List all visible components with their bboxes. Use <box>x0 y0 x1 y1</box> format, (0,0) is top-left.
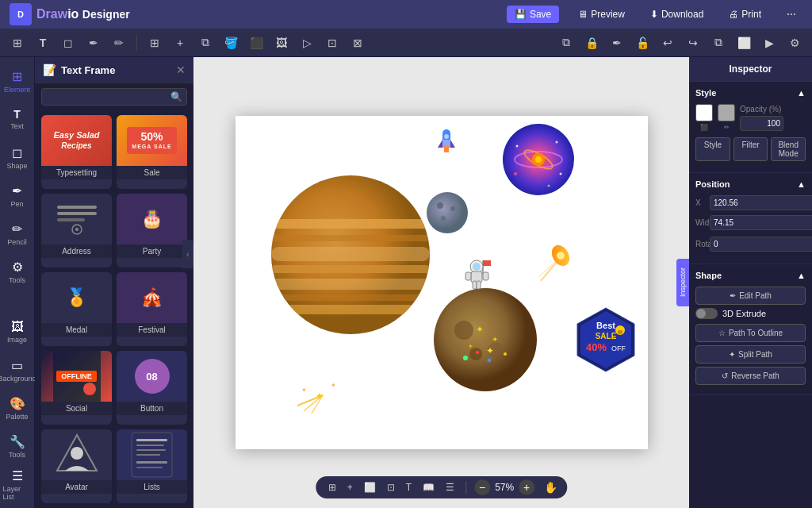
tool-more-1[interactable]: ⊡ <box>321 32 343 54</box>
sidebar-item-layers[interactable]: ☰ Layer List <box>3 467 32 502</box>
tool-pencil[interactable]: ✏ <box>108 32 130 54</box>
bottom-frame-icon[interactable]: ⬜ <box>361 480 379 495</box>
tool-image[interactable]: 🖼 <box>270 32 293 54</box>
sidebar-item-tools2[interactable]: 🔧 Tools <box>3 429 32 464</box>
category-social[interactable]: OFFLINE Social <box>41 351 112 425</box>
path-to-outline-button[interactable]: ☆ Path To Outline <box>695 324 806 342</box>
tool-text[interactable]: T <box>32 32 54 54</box>
save-button[interactable]: 💾 Save <box>507 6 559 23</box>
more-button[interactable]: ⋯ <box>780 6 802 23</box>
print-button[interactable]: 🖨 Print <box>722 6 768 23</box>
category-address[interactable]: Address <box>41 194 112 267</box>
tool-more-2[interactable]: ⊠ <box>347 32 369 54</box>
bottom-text-icon[interactable]: T <box>403 480 415 495</box>
tool-shape[interactable]: ◻ <box>57 32 79 54</box>
category-lists[interactable]: Lists <box>117 429 187 503</box>
tool-redo[interactable]: ↪ <box>682 32 704 54</box>
x-input[interactable] <box>710 195 812 210</box>
tool-paint[interactable]: 🪣 <box>220 32 242 54</box>
sidebar-item-pencil[interactable]: ✏ Pencil <box>3 216 32 251</box>
bottom-add-icon[interactable]: + <box>344 480 356 495</box>
tool-copy2[interactable]: ⧉ <box>707 32 730 54</box>
svg-rect-21 <box>271 265 430 273</box>
blend-mode-tab[interactable]: Blend Mode <box>771 137 806 161</box>
hand-tool-icon[interactable]: ✋ <box>544 481 557 494</box>
sidebar-item-background[interactable]: ▭ Background <box>3 352 32 387</box>
zoom-out-button[interactable]: − <box>474 479 490 495</box>
sidebar-item-text[interactable]: T Text <box>3 102 32 137</box>
tool-frame[interactable]: ⬜ <box>733 32 755 54</box>
fill-icon: ⬛ <box>700 124 708 131</box>
sidebar-item-tools[interactable]: ⚙ Tools <box>3 254 32 289</box>
category-festival[interactable]: 🎪 Festival <box>117 272 187 346</box>
thumb-avatar <box>41 429 112 480</box>
wh-row: Width Height <box>695 215 806 230</box>
sidebar-item-shape[interactable]: ◻ Shape <box>3 140 32 175</box>
style-collapse-icon[interactable]: ▲ <box>797 88 806 98</box>
fill-color-swatch[interactable] <box>695 104 713 121</box>
split-path-button[interactable]: ✦ Split Path <box>695 345 806 364</box>
tool-settings[interactable]: ⚙ <box>783 32 806 54</box>
bottom-book-icon[interactable]: 📖 <box>419 480 438 495</box>
category-medal[interactable]: 🏅 Medal <box>41 272 112 346</box>
edit-path-button[interactable]: ✒ Edit Path <box>695 287 806 305</box>
shape-label: Shape <box>695 271 722 280</box>
tool-play[interactable]: ▶ <box>758 32 780 54</box>
tool-lock2[interactable]: 🔓 <box>631 32 653 54</box>
panel-title: 📝 Text Frame <box>43 64 115 76</box>
search-input[interactable] <box>41 88 187 106</box>
tool-crop[interactable]: ⬛ <box>245 32 267 54</box>
stroke-color-swatch[interactable] <box>718 104 735 121</box>
category-party[interactable]: 🎂 Party <box>117 194 187 267</box>
sparkles <box>458 346 521 373</box>
zoom-in-button[interactable]: + <box>519 479 534 495</box>
bottom-grid-icon[interactable]: ⊞ <box>325 480 339 495</box>
svg-rect-4 <box>57 218 85 221</box>
save-icon: 💾 <box>515 9 527 20</box>
bottom-divider-icon[interactable]: ⊡ <box>384 480 398 495</box>
tool-lock[interactable]: 🔒 <box>580 32 603 54</box>
download-button[interactable]: ⬇ Download <box>644 6 710 23</box>
tool-pen[interactable]: ✒ <box>82 32 105 54</box>
rotation-row: Rotation(°) ↔ ↕ <box>695 235 806 252</box>
style-tab[interactable]: Style <box>695 137 730 161</box>
canvas-bottom-bar: ⊞ + ⬜ ⊡ T 📖 ☰ − 57% + ✋ <box>316 476 567 498</box>
r-input[interactable] <box>710 237 812 252</box>
panel-collapse-button[interactable]: ‹ <box>182 240 193 268</box>
layers-label: Layer List <box>3 485 32 501</box>
sidebar-item-image[interactable]: 🖼 Image <box>3 314 32 349</box>
position-collapse-icon[interactable]: ▲ <box>797 179 806 189</box>
tool-undo[interactable]: ↩ <box>657 32 679 54</box>
category-typesetting[interactable]: Easy Salad Recipes Typesetting <box>41 115 112 189</box>
bottom-list-icon[interactable]: ☰ <box>442 480 458 495</box>
w-input[interactable] <box>710 215 812 230</box>
canvas-content: ✦ ✦ ✦ ✦ <box>236 116 648 449</box>
category-button[interactable]: 08 Button <box>117 351 187 425</box>
tool-layers[interactable]: ⧉ <box>555 32 577 54</box>
sidebar-item-element[interactable]: ⊞ Element <box>3 64 32 98</box>
tool-grid[interactable]: ⊞ <box>144 32 166 54</box>
svg-rect-80 <box>618 330 622 334</box>
reverse-path-button[interactable]: ↺ Reverse Path <box>695 367 806 385</box>
category-avatar[interactable]: Avatar <box>41 429 112 503</box>
tool-copy[interactable]: ⧉ <box>194 32 216 54</box>
tool-element[interactable]: ⊞ <box>6 32 29 54</box>
svg-rect-23 <box>271 294 430 301</box>
tool-media[interactable]: ▷ <box>296 32 318 54</box>
category-sale[interactable]: 50% MEGA SALE Sale <box>117 115 187 189</box>
sidebar-item-pen[interactable]: ✒ Pen <box>3 178 32 213</box>
thumb-sale: 50% MEGA SALE <box>117 115 187 166</box>
tool-pen2[interactable]: ✒ <box>606 32 628 54</box>
svg-rect-58 <box>471 271 482 283</box>
tool-add[interactable]: + <box>169 32 191 54</box>
shape-collapse-icon[interactable]: ▲ <box>797 271 806 280</box>
filter-tab[interactable]: Filter <box>733 137 768 161</box>
inspector-side-tab[interactable]: Inspector <box>676 259 689 306</box>
opacity-input[interactable] <box>740 116 783 131</box>
comet <box>537 241 573 288</box>
sidebar-item-palette[interactable]: 🎨 Palette <box>3 391 32 425</box>
path-outline-label: Path To Outline <box>729 329 783 337</box>
preview-button[interactable]: 🖥 Preview <box>572 6 631 23</box>
panel-close-icon[interactable]: ✕ <box>176 64 186 76</box>
extrude-toggle[interactable] <box>695 308 718 319</box>
